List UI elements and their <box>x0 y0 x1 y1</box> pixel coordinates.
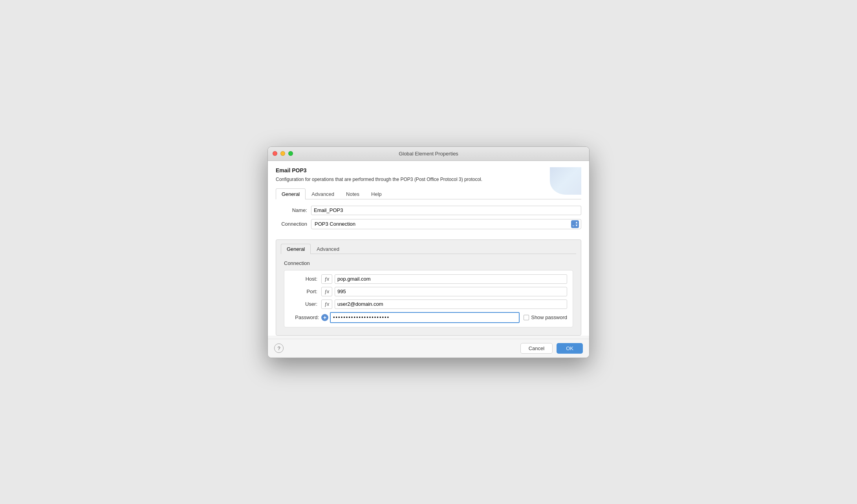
content-wrapper: Email POP3 Configuration for operations … <box>276 167 581 336</box>
inner-tabs: General Advanced <box>281 244 576 254</box>
port-fx-button[interactable]: ƒx <box>321 287 332 296</box>
main-content: Email POP3 Configuration for operations … <box>268 161 589 336</box>
help-button[interactable]: ? <box>274 343 284 353</box>
tab-general-inner[interactable]: General <box>281 244 311 254</box>
panel-title: Email POP3 <box>276 167 581 173</box>
outer-tabs: General Advanced Notes Help <box>276 188 581 199</box>
host-input[interactable] <box>335 274 567 284</box>
connection-form: Host: ƒx Port: ƒx User: <box>284 270 573 327</box>
connection-row: Connection POP3 Connection ▲ ▼ <box>276 219 581 229</box>
button-group: Cancel OK <box>520 343 583 354</box>
host-label: Host: <box>290 276 321 282</box>
form-area: Name: Connection POP3 Connection ▲ ▼ <box>276 199 581 236</box>
connection-label: Connection <box>276 221 311 227</box>
user-input[interactable] <box>335 299 567 309</box>
name-row: Name: <box>276 206 581 215</box>
port-label: Port: <box>290 289 321 294</box>
password-row: Password: Show password <box>290 312 567 323</box>
traffic-lights <box>273 151 293 156</box>
port-row: Port: ƒx <box>290 287 567 296</box>
tab-notes-outer[interactable]: Notes <box>340 188 365 199</box>
port-input[interactable] <box>335 287 567 296</box>
host-fx-button[interactable]: ƒx <box>321 274 332 284</box>
bottom-bar: ? Cancel OK <box>268 339 589 358</box>
tab-general-outer[interactable]: General <box>276 188 306 199</box>
show-password-text: Show password <box>531 314 567 320</box>
panel-description: Configuration for operations that are pe… <box>276 176 581 183</box>
password-input[interactable] <box>330 312 520 323</box>
name-label: Name: <box>276 207 311 213</box>
inner-panel: General Advanced Connection Host: ƒx <box>276 239 581 336</box>
minimize-button[interactable] <box>280 151 285 156</box>
user-fx-button[interactable]: ƒx <box>321 299 332 309</box>
password-add-button[interactable] <box>321 314 328 321</box>
connection-section: Connection Host: ƒx Port: ƒx <box>281 259 576 329</box>
tab-help-outer[interactable]: Help <box>365 188 388 199</box>
ok-button[interactable]: OK <box>557 343 583 354</box>
name-input[interactable] <box>311 206 581 215</box>
maximize-button[interactable] <box>288 151 293 156</box>
connection-select[interactable]: POP3 Connection <box>311 219 581 229</box>
show-password-label: Show password <box>524 314 567 320</box>
titlebar: Global Element Properties <box>268 147 589 161</box>
close-button[interactable] <box>273 151 277 156</box>
user-row: User: ƒx <box>290 299 567 309</box>
connection-section-title: Connection <box>284 260 573 266</box>
dialog-window: Global Element Properties Email POP3 Con… <box>267 146 590 358</box>
tab-advanced-outer[interactable]: Advanced <box>306 188 340 199</box>
window-title: Global Element Properties <box>399 151 458 157</box>
tab-advanced-inner[interactable]: Advanced <box>311 244 345 254</box>
user-label: User: <box>290 301 321 307</box>
decorative-graphic <box>550 167 581 195</box>
host-row: Host: ƒx <box>290 274 567 284</box>
cancel-button[interactable]: Cancel <box>520 343 553 354</box>
connection-select-wrapper: POP3 Connection ▲ ▼ <box>311 219 581 229</box>
show-password-checkbox[interactable] <box>524 315 529 320</box>
password-label: Password: <box>290 314 321 320</box>
